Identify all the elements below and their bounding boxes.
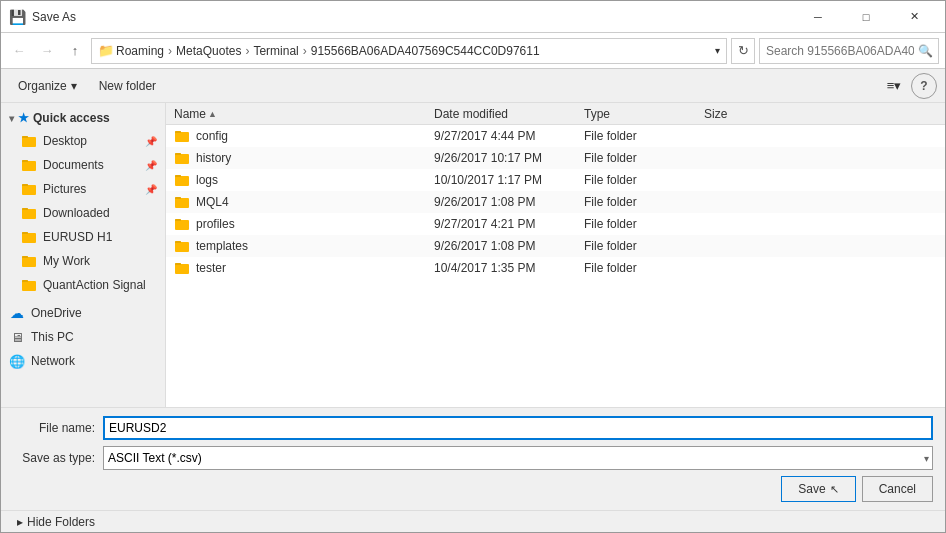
savetype-row: Save as type: ASCII Text (*.csv) CSV (Co…	[13, 446, 933, 470]
file-type: File folder	[584, 173, 637, 187]
table-row[interactable]: config 9/27/2017 4:44 PM File folder	[166, 125, 945, 147]
pictures-pin: 📌	[145, 184, 157, 195]
sidebar-item-thispc[interactable]: 🖥 This PC	[1, 325, 165, 349]
title-bar: 💾 Save As ─ □ ✕	[1, 1, 945, 33]
sidebar-quick-access-header[interactable]: ▾ ★ Quick access	[1, 107, 165, 129]
svg-rect-10	[22, 257, 36, 267]
up-button[interactable]: ↑	[63, 39, 87, 63]
close-button[interactable]: ✕	[891, 2, 937, 32]
sort-arrow-name: ▲	[208, 109, 217, 119]
path-segment-roaming: Roaming	[116, 44, 164, 58]
sidebar-item-desktop[interactable]: Desktop 📌	[1, 129, 165, 153]
table-row[interactable]: history 9/26/2017 10:17 PM File folder	[166, 147, 945, 169]
column-date[interactable]: Date modified	[430, 107, 580, 121]
svg-rect-16	[175, 154, 189, 164]
table-row[interactable]: templates 9/26/2017 1:08 PM File folder	[166, 235, 945, 257]
view-button[interactable]: ≡ ▾	[881, 73, 907, 99]
file-type-cell: File folder	[580, 195, 700, 209]
svg-rect-17	[175, 153, 181, 155]
eurusd-label: EURUSD H1	[43, 230, 112, 244]
filename-input[interactable]	[103, 416, 933, 440]
filename-row: File name:	[13, 416, 933, 440]
toolbar-right: ≡ ▾ ?	[881, 73, 937, 99]
pictures-icon	[21, 181, 37, 197]
back-button[interactable]: ←	[7, 39, 31, 63]
documents-icon	[21, 157, 37, 173]
path-segment-terminal: Terminal	[253, 44, 298, 58]
search-wrapper: 🔍	[759, 38, 939, 64]
minimize-button[interactable]: ─	[795, 2, 841, 32]
file-date-cell: 9/27/2017 4:21 PM	[430, 217, 580, 231]
file-folder-icon	[174, 216, 190, 232]
title-controls: ─ □ ✕	[795, 2, 937, 32]
table-row[interactable]: profiles 9/27/2017 4:21 PM File folder	[166, 213, 945, 235]
quick-access-label: Quick access	[33, 111, 110, 125]
file-folder-icon	[174, 260, 190, 276]
file-rows-container: config 9/27/2017 4:44 PM File folder his…	[166, 125, 945, 279]
main-content: ▾ ★ Quick access Desktop 📌 Documents 📌	[1, 103, 945, 407]
refresh-button[interactable]: ↻	[731, 38, 755, 64]
quick-access-star: ★	[18, 111, 29, 125]
savetype-select[interactable]: ASCII Text (*.csv) CSV (Comma delimited)…	[103, 446, 933, 470]
file-date-cell: 9/26/2017 1:08 PM	[430, 239, 580, 253]
file-name: config	[196, 129, 228, 143]
quantaction-label: QuantAction Signal	[43, 278, 146, 292]
thispc-icon: 🖥	[9, 329, 25, 345]
help-button[interactable]: ?	[911, 73, 937, 99]
sidebar-item-mywork[interactable]: My Work	[1, 249, 165, 273]
mywork-label: My Work	[43, 254, 90, 268]
sidebar-item-downloaded[interactable]: Downloaded	[1, 201, 165, 225]
cancel-button[interactable]: Cancel	[862, 476, 933, 502]
address-bar: ← → ↑ 📁 Roaming › MetaQuotes › Terminal …	[1, 33, 945, 69]
file-date: 9/26/2017 10:17 PM	[434, 151, 542, 165]
column-type[interactable]: Type	[580, 107, 700, 121]
svg-rect-3	[22, 160, 28, 162]
svg-rect-14	[175, 132, 189, 142]
svg-rect-27	[175, 263, 181, 265]
file-name: profiles	[196, 217, 235, 231]
sidebar-item-documents[interactable]: Documents 📌	[1, 153, 165, 177]
file-name-cell: MQL4	[170, 194, 430, 210]
sidebar-item-quantaction[interactable]: QuantAction Signal	[1, 273, 165, 297]
address-dropdown-arrow: ▾	[715, 45, 720, 56]
forward-button[interactable]: →	[35, 39, 59, 63]
hide-folders-button[interactable]: ▸ Hide Folders	[9, 513, 103, 531]
sidebar-item-eurusd[interactable]: EURUSD H1	[1, 225, 165, 249]
column-size[interactable]: Size	[700, 107, 780, 121]
save-button[interactable]: Save ↖	[781, 476, 855, 502]
address-path[interactable]: 📁 Roaming › MetaQuotes › Terminal › 9155…	[91, 38, 727, 64]
svg-rect-2	[22, 161, 36, 171]
search-input[interactable]	[759, 38, 939, 64]
organize-button[interactable]: Organize ▾	[9, 73, 86, 99]
svg-rect-7	[22, 208, 28, 210]
sidebar-item-network[interactable]: 🌐 Network	[1, 349, 165, 373]
svg-rect-22	[175, 220, 189, 230]
quantaction-icon	[21, 277, 37, 293]
table-row[interactable]: logs 10/10/2017 1:17 PM File folder	[166, 169, 945, 191]
file-name: tester	[196, 261, 226, 275]
svg-rect-11	[22, 256, 28, 258]
file-folder-icon	[174, 172, 190, 188]
svg-rect-26	[175, 264, 189, 274]
pictures-label: Pictures	[43, 182, 86, 196]
table-row[interactable]: MQL4 9/26/2017 1:08 PM File folder	[166, 191, 945, 213]
svg-rect-5	[22, 184, 28, 186]
sidebar-item-onedrive[interactable]: ☁ OneDrive	[1, 301, 165, 325]
desktop-pin: 📌	[145, 136, 157, 147]
column-name[interactable]: Name ▲	[170, 107, 430, 121]
file-date: 9/27/2017 4:44 PM	[434, 129, 535, 143]
downloaded-icon	[21, 205, 37, 221]
maximize-button[interactable]: □	[843, 2, 889, 32]
sidebar-item-pictures[interactable]: Pictures 📌	[1, 177, 165, 201]
file-folder-icon	[174, 150, 190, 166]
savetype-label: Save as type:	[13, 451, 103, 465]
new-folder-button[interactable]: New folder	[90, 73, 165, 99]
path-segment-hash: 915566BA06ADA407569C544CC0D97611	[311, 44, 540, 58]
file-type-cell: File folder	[580, 217, 700, 231]
file-date-cell: 9/27/2017 4:44 PM	[430, 129, 580, 143]
table-row[interactable]: tester 10/4/2017 1:35 PM File folder	[166, 257, 945, 279]
documents-label: Documents	[43, 158, 104, 172]
desktop-label: Desktop	[43, 134, 87, 148]
save-as-dialog: 💾 Save As ─ □ ✕ ← → ↑ 📁 Roaming › MetaQu…	[0, 0, 946, 533]
file-name: history	[196, 151, 231, 165]
